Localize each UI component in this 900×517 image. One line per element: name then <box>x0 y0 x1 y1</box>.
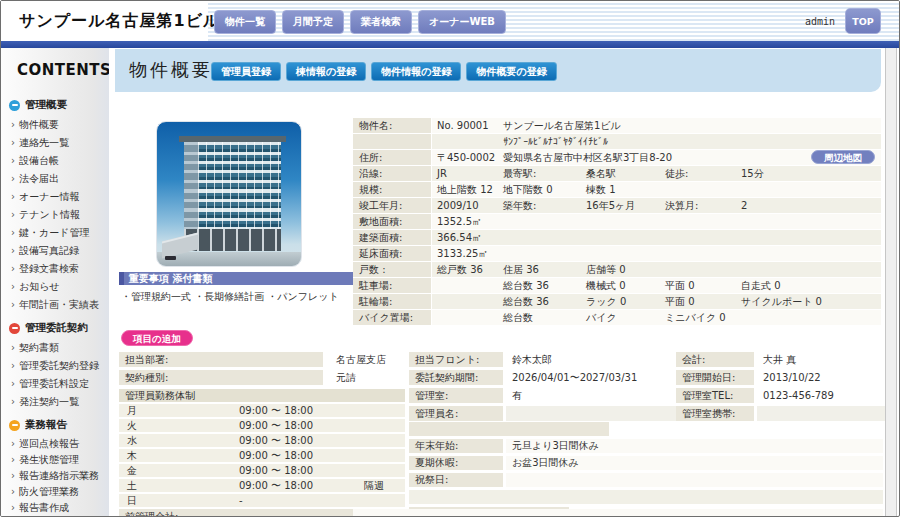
top-button[interactable]: TOP <box>845 8 881 34</box>
building-photo <box>156 121 302 267</box>
chevron-right-icon: › <box>11 209 15 220</box>
info-label: 駐車場: <box>353 278 432 293</box>
chevron-right-icon: › <box>11 486 15 497</box>
info-row: ｻﾝﾌﾟｰﾙﾋﾞﾙﾅｺﾞﾔﾀﾞｲｲﾁﾋﾞﾙ <box>353 134 881 149</box>
sidebar-section: 管理概要›物件概要›連絡先一覧›設備台帳›法令届出›オーナー情報›テナント情報›… <box>1 97 109 314</box>
schedule-row: 水09:00 〜 18:00 <box>119 434 405 447</box>
action-button[interactable]: 物件情報の登録 <box>371 62 461 81</box>
info-cell: 築年数: <box>503 198 536 213</box>
nav-button[interactable]: 月間予定 <box>282 10 344 34</box>
sidebar-item[interactable]: ›管理委託契約登録 <box>1 357 109 375</box>
holiday-row: 祝祭日: <box>409 473 883 487</box>
sidebar-item[interactable]: ›巡回点検報告 <box>1 436 109 452</box>
nav-button[interactable]: 業者検索 <box>350 10 412 34</box>
assignment-label: 管理開始日: <box>676 370 754 385</box>
nav-button[interactable]: 物件一覧 <box>214 10 276 34</box>
sidebar-item[interactable]: ›報告連絡指示業務 <box>1 468 109 484</box>
assignment-value: 大井 真 <box>757 352 885 367</box>
schedule-day: 木 <box>127 449 137 462</box>
user-area: admin TOP <box>805 1 881 41</box>
info-cell: 16年5ヶ月 <box>586 198 635 213</box>
holiday-label: 祝祭日: <box>409 473 503 487</box>
assignment-row: 担当フロント:鈴木太郎会計:大井 真 <box>409 352 883 367</box>
assignment-row: 契約種別:元請 <box>119 370 405 385</box>
info-cell: 地下階数 0 <box>503 182 553 197</box>
map-button[interactable]: 周辺地図 <box>811 150 875 164</box>
sidebar-item[interactable]: ›管理委託料設定 <box>1 375 109 393</box>
sidebar-item[interactable]: ›オーナー情報 <box>1 188 109 206</box>
work-schedule-table: 管理員勤務体制 月09:00 〜 18:00火09:00 〜 18:00水09:… <box>119 389 405 509</box>
sidebar-item[interactable]: ›テナント情報 <box>1 206 109 224</box>
schedule-note: 隔週 <box>364 479 384 492</box>
top-header: サンプール名古屋第1ビル 物件一覧月間予定業者検索オーナーWEB admin T… <box>1 1 899 41</box>
info-cell: 総台数 36 <box>503 278 549 293</box>
sidebar-section-header[interactable]: 管理委託契約 <box>9 320 109 336</box>
sidebar-item[interactable]: ›設備台帳 <box>1 152 109 170</box>
add-item-button[interactable]: 項目の追加 <box>121 330 193 346</box>
assignment-value <box>506 406 678 421</box>
chevron-right-icon: › <box>11 263 15 274</box>
info-cell: 愛知県名古屋市中村区名駅3丁目8-20 <box>503 150 672 165</box>
sidebar-item[interactable]: ›鍵・カード管理 <box>1 224 109 242</box>
action-button[interactable]: 棟情報の登録 <box>286 62 366 81</box>
sidebar-section-header[interactable]: 業務報告 <box>9 417 109 433</box>
scrollbar[interactable] <box>885 48 897 517</box>
sidebar-item[interactable]: ›契約書類 <box>1 339 109 357</box>
schedule-day: 日 <box>127 494 137 507</box>
info-label: 駐輪場: <box>353 294 432 309</box>
assignment-label: 委託契約期間: <box>409 370 503 385</box>
schedule-row: 月09:00 〜 18:00 <box>119 404 405 417</box>
sidebar-item[interactable]: ›防火管理業務 <box>1 484 109 500</box>
info-row: 竣工年月:2009/10築年数:16年5ヶ月決算月:2 <box>353 198 881 213</box>
assignment-label: 会計: <box>676 352 754 367</box>
info-label: 延床面積: <box>353 246 432 261</box>
info-cell: ラック 0 <box>586 294 626 309</box>
sidebar-item[interactable]: ›報告書作成 <box>1 500 109 516</box>
info-cell: サイクルポート 0 <box>741 294 822 309</box>
info-cell: 366.54㎡ <box>437 230 482 245</box>
sidebar-item-label: お知らせ <box>19 281 60 292</box>
sidebar-item[interactable]: ›登録文書検索 <box>1 260 109 278</box>
schedule-row: 日- <box>119 494 405 507</box>
sidebar-item[interactable]: ›法令届出 <box>1 170 109 188</box>
schedule-row: 金09:00 〜 18:00 <box>119 464 405 477</box>
info-cell: 店舗等 0 <box>586 262 626 277</box>
info-label <box>353 134 432 149</box>
sidebar-item[interactable]: ›年間計画・実績表 <box>1 296 109 314</box>
action-button[interactable]: 管理員登録 <box>211 62 281 81</box>
assignment-value: 元請 <box>332 370 409 385</box>
sidebar-item[interactable]: ›設備写真記録 <box>1 242 109 260</box>
info-cell: 徒歩: <box>665 166 688 181</box>
chevron-right-icon: › <box>11 378 15 389</box>
schedule-time: 09:00 〜 18:00 <box>239 449 313 462</box>
section-collapse-icon <box>9 100 20 111</box>
attached-docs-list: ・管理規約一式 ・長期修繕計画 ・パンフレット <box>121 290 339 304</box>
sidebar-item[interactable]: ›お知らせ <box>1 278 109 296</box>
info-row: バイク置場:総台数バイクミニバイク 0 <box>353 310 881 325</box>
sidebar-item[interactable]: ›連絡先一覧 <box>1 134 109 152</box>
sidebar-item[interactable]: ›発注契約一覧 <box>1 393 109 411</box>
sidebar-section-header[interactable]: 管理概要 <box>9 97 109 113</box>
sidebar-item[interactable]: ›発生状態管理 <box>1 452 109 468</box>
assignment-row: 管理員名:管理室携帯: <box>409 406 883 421</box>
top-nav: 物件一覧月間予定業者検索オーナーWEB <box>214 10 506 34</box>
car-shape <box>165 256 176 260</box>
chevron-right-icon: › <box>11 137 15 148</box>
sidebar-item-label: 鍵・カード管理 <box>19 227 89 238</box>
chevron-right-icon: › <box>11 342 15 353</box>
section-collapse-icon <box>9 420 20 431</box>
empty-row <box>409 422 609 436</box>
schedule-day: 月 <box>127 404 137 417</box>
nav-button[interactable]: オーナーWEB <box>418 10 506 34</box>
action-button[interactable]: 物件概要の登録 <box>466 62 556 81</box>
info-row: 戸数 :総戸数 36住居 36店舗等 0 <box>353 262 881 277</box>
property-info-table: 物件名:No. 90001サンプール名古屋第1ビルｻﾝﾌﾟｰﾙﾋﾞﾙﾅｺﾞﾔﾀﾞ… <box>353 118 881 326</box>
assignment-label: 管理室: <box>409 388 503 403</box>
sidebar-item[interactable]: ›物件概要 <box>1 116 109 134</box>
schedule-time: 09:00 〜 18:00 <box>239 404 313 417</box>
important-docs-bar-edge <box>119 272 124 285</box>
info-cell: ｻﾝﾌﾟｰﾙﾋﾞﾙﾅｺﾞﾔﾀﾞｲｲﾁﾋﾞﾙ <box>503 134 608 149</box>
chevron-right-icon: › <box>11 155 15 166</box>
sidebar-item-label: 報告書作成 <box>19 502 69 513</box>
sidebar-section-label: 管理概要 <box>25 98 67 112</box>
